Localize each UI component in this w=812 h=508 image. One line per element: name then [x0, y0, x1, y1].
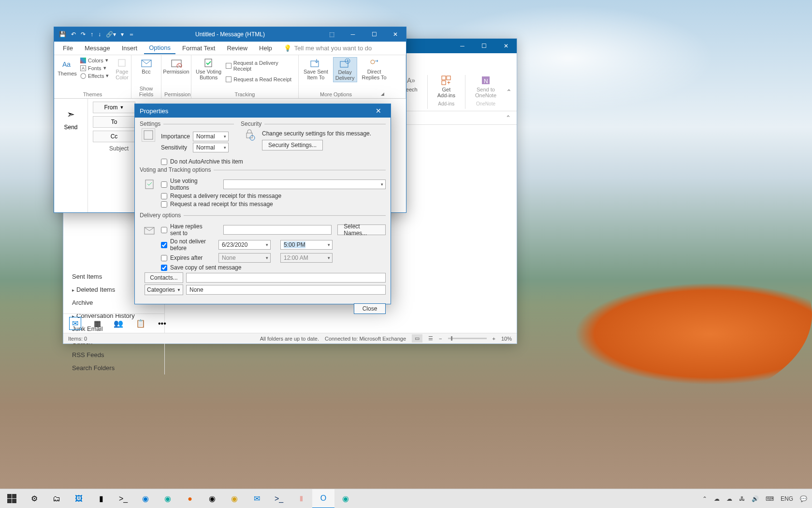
tasks-icon[interactable]: 📋	[136, 319, 145, 328]
action-center-icon[interactable]: 💬	[800, 495, 807, 502]
direct-replies-button[interactable]: Direct Replies To	[360, 57, 389, 81]
to-button[interactable]: To	[93, 116, 135, 128]
colors-button[interactable]: Colors ▾	[80, 57, 109, 63]
delivery-receipt-checkbox[interactable]: Request a Delivery Receipt	[226, 60, 295, 72]
permission-button[interactable]: Permission	[164, 57, 188, 75]
folder-search-folders[interactable]: Search Folders	[63, 361, 164, 374]
no-deliver-before-checkbox[interactable]	[161, 242, 167, 248]
up-icon[interactable]: ↑	[90, 31, 93, 38]
deliver-time-select[interactable]: 5:00 PM	[280, 240, 333, 250]
mail-icon[interactable]: ✉	[69, 317, 81, 330]
powershell-icon[interactable]: >_	[268, 489, 290, 508]
security-settings-button[interactable]: Security Settings...	[262, 140, 323, 150]
ribbon-display-icon[interactable]: ⬚	[321, 27, 342, 42]
page-color-button[interactable]: Page Color	[112, 57, 132, 81]
onedrive-icon[interactable]: ☁	[714, 495, 720, 502]
tray-overflow-icon[interactable]: ⌃	[702, 495, 707, 502]
edge-icon[interactable]: ◉	[134, 489, 157, 508]
send-button[interactable]: Send	[64, 124, 77, 131]
expires-date-select[interactable]: None	[218, 253, 271, 263]
get-addins-button[interactable]: + Get Add-ins Add-ins	[437, 75, 455, 106]
bcc-button[interactable]: Bcc	[136, 57, 157, 75]
mail-icon[interactable]: ✉	[246, 489, 268, 508]
chrome-icon[interactable]: ◉	[201, 489, 223, 508]
firefox-icon[interactable]: ●	[179, 489, 201, 508]
outlook-taskbar-icon[interactable]: O	[312, 489, 334, 508]
tab-help[interactable]: Help	[254, 43, 277, 54]
tab-options[interactable]: Options	[144, 42, 175, 54]
network-icon[interactable]: 🖧	[739, 495, 745, 502]
voting-buttons-button[interactable]: Use Voting Buttons	[194, 57, 223, 81]
close-button[interactable]: ✕	[385, 27, 406, 42]
redo-icon[interactable]: ↷	[81, 31, 86, 38]
file-explorer-icon[interactable]: 🗂	[45, 489, 68, 508]
folder-rss-feeds[interactable]: RSS Feeds	[63, 348, 164, 361]
attach-icon[interactable]: 🔗▾	[106, 31, 116, 38]
importance-select[interactable]: Normal	[193, 132, 229, 141]
edge-dev-icon[interactable]: ◉	[334, 489, 357, 508]
people-icon[interactable]: 👥	[114, 319, 123, 328]
tab-review[interactable]: Review	[222, 43, 252, 54]
minimize-button[interactable]: ─	[342, 27, 363, 42]
view-reading-icon[interactable]: ☰	[428, 335, 433, 342]
contacts-input[interactable]	[186, 273, 386, 283]
tab-message[interactable]: Message	[80, 43, 115, 54]
close-button[interactable]: ✕	[371, 107, 386, 115]
keyboard-icon[interactable]: ⌨	[766, 495, 774, 502]
undo-icon[interactable]: ↶	[71, 31, 76, 38]
tab-file[interactable]: File	[58, 43, 78, 54]
voting-options-select[interactable]	[223, 179, 386, 189]
terminal-icon[interactable]: ▮	[90, 489, 112, 508]
photos-icon[interactable]: 🖼	[68, 489, 90, 508]
chrome-canary-icon[interactable]: ◉	[223, 489, 246, 508]
settings-icon[interactable]: ⚙	[23, 489, 45, 508]
save-copy-checkbox[interactable]	[161, 265, 167, 271]
delivery-receipt-checkbox[interactable]	[161, 193, 167, 199]
minimize-button[interactable]: ─	[451, 39, 473, 53]
use-voting-checkbox[interactable]	[161, 181, 167, 188]
read-receipt-checkbox[interactable]	[161, 201, 167, 208]
no-autoarchive-checkbox[interactable]	[161, 159, 167, 165]
app-icon[interactable]: ⦀	[290, 489, 312, 508]
zoom-in-icon[interactable]: +	[493, 336, 495, 342]
ribbon-collapse-icon[interactable]: ⌃	[506, 88, 512, 96]
more-options-launcher-icon[interactable]: ◢	[381, 91, 384, 97]
contacts-button[interactable]: Contacts...	[145, 272, 183, 283]
onenote-button[interactable]: N Send to OneNote OneNote	[475, 75, 496, 106]
down-icon[interactable]: ↓	[98, 31, 101, 38]
reading-pane-collapse-icon[interactable]: ⌃	[506, 114, 511, 121]
onedrive-icon-2[interactable]: ☁	[726, 495, 732, 502]
tell-me-search[interactable]: 💡 Tell me what you want to do	[284, 45, 372, 52]
zoom-out-icon[interactable]: −	[439, 336, 442, 342]
calendar-icon[interactable]: ▦	[94, 319, 101, 328]
fonts-button[interactable]: AFonts ▾	[80, 65, 109, 71]
replies-input[interactable]	[223, 225, 332, 235]
maximize-button[interactable]: ☐	[473, 39, 495, 53]
view-normal-icon[interactable]: ▭	[412, 334, 422, 343]
save-sent-button[interactable]: Save Sent Item To	[302, 57, 330, 81]
from-button[interactable]: From ▼	[93, 102, 135, 113]
cc-button[interactable]: Cc	[93, 131, 135, 142]
replies-checkbox[interactable]	[161, 227, 167, 233]
effects-button[interactable]: ◯Effects ▾	[80, 73, 109, 79]
edge-beta-icon[interactable]: ◉	[157, 489, 179, 508]
tab-insert[interactable]: Insert	[117, 43, 143, 54]
expires-checkbox[interactable]	[161, 255, 167, 261]
start-button[interactable]	[0, 489, 23, 508]
close-button[interactable]: ✕	[495, 39, 517, 53]
save-icon[interactable]: 💾	[59, 31, 66, 38]
language-indicator[interactable]: ENG	[781, 495, 793, 502]
qat-more-icon[interactable]: ▾	[121, 31, 124, 38]
delay-delivery-button[interactable]: Delay Delivery	[333, 57, 357, 82]
select-names-button[interactable]: Select Names...	[337, 224, 386, 235]
expires-time-select[interactable]: 12:00 AM	[280, 253, 333, 263]
tab-format-text[interactable]: Format Text	[177, 43, 220, 54]
cmd-icon[interactable]: >_	[112, 489, 134, 508]
sensitivity-select[interactable]: Normal	[193, 143, 229, 152]
maximize-button[interactable]: ☐	[363, 27, 385, 42]
themes-button[interactable]: Aa Themes	[57, 57, 77, 77]
qat-customize-icon[interactable]: ＝	[129, 30, 134, 39]
close-button[interactable]: Close	[354, 303, 386, 314]
read-receipt-checkbox[interactable]: Request a Read Receipt	[226, 76, 295, 82]
zoom-slider[interactable]	[448, 338, 487, 339]
